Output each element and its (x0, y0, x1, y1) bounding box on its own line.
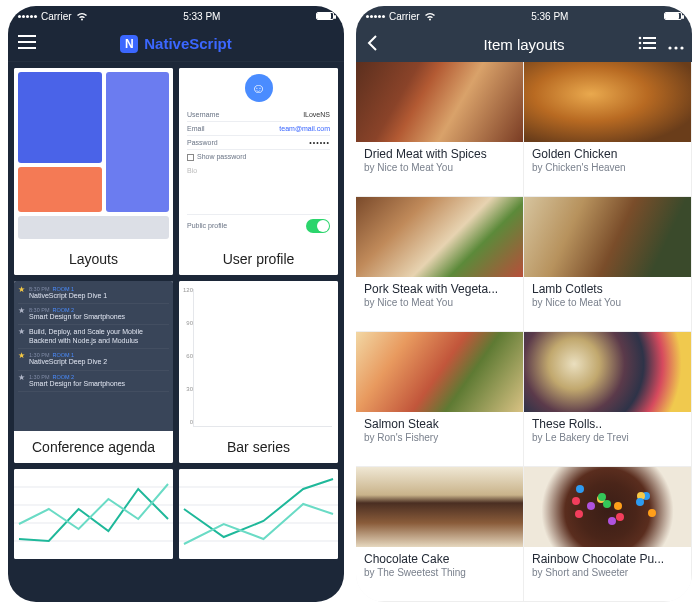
y-tick: 30 (181, 386, 193, 392)
signal-icon (366, 15, 385, 18)
status-bar: Carrier 5:36 PM (356, 6, 692, 26)
item-title: Chocolate Cake (364, 552, 515, 566)
item-title: Salmon Steak (364, 417, 515, 431)
brand-text: NativeScript (144, 35, 232, 52)
agenda-title: NativeScript Deep Dive 1 (29, 292, 169, 300)
item-thumbnail (524, 467, 691, 547)
phone-right: Carrier 5:36 PM Item layouts Dried Meat … (356, 6, 692, 602)
item-title: Rainbow Chocolate Pu... (532, 552, 683, 566)
card-label: Conference agenda (14, 431, 173, 463)
status-bar: Carrier 5:33 PM (8, 6, 344, 26)
switch-icon (306, 219, 330, 233)
item-title: Pork Steak with Vegeta... (364, 282, 515, 296)
brand: N NativeScript (120, 35, 232, 53)
card-user-profile[interactable]: ☺ UsernameILoveNS Emailteam@mail.com Pas… (179, 68, 338, 275)
field-label: Show password (197, 153, 246, 160)
card-line-chart-2[interactable] (179, 469, 338, 559)
list-item[interactable]: Lamb Cotletsby Nice to Meat You (524, 197, 692, 332)
svg-rect-9 (643, 37, 656, 39)
card-label: Layouts (14, 243, 173, 275)
item-subtitle: by The Sweetest Thing (364, 567, 515, 578)
list-item[interactable]: Salmon Steakby Ron's Fishery (356, 332, 524, 467)
more-icon[interactable] (668, 36, 684, 53)
field-value: team@mail.com (279, 125, 330, 132)
list-item[interactable]: These Rolls..by Le Bakery de Trevi (524, 332, 692, 467)
item-subtitle: by Chicken's Heaven (532, 162, 683, 173)
agenda-row: ★Build, Deploy, and Scale your Mobile Ba… (18, 325, 169, 349)
agenda-title: Build, Deploy, and Scale your Mobile Bac… (29, 328, 169, 345)
list-item[interactable]: Dried Meat with Spicesby Nice to Meat Yo… (356, 62, 524, 197)
signal-icon (18, 15, 37, 18)
svg-point-14 (668, 46, 671, 49)
layouts-preview (14, 68, 173, 243)
field-label: Bio (187, 164, 330, 177)
field-label: Public profile (187, 222, 227, 229)
navbar: Item layouts (356, 26, 692, 62)
menu-icon[interactable] (18, 35, 36, 53)
user-profile-preview: ☺ UsernameILoveNS Emailteam@mail.com Pas… (179, 68, 338, 243)
item-thumbnail (524, 332, 691, 412)
checkbox-icon (187, 154, 194, 161)
field-label: Email (187, 125, 205, 132)
svg-point-10 (639, 41, 642, 44)
agenda-preview: ★8:30 PMROOM 1NativeScript Deep Dive 1★8… (14, 281, 173, 431)
agenda-row: ★1:30 PMROOM 1NativeScript Deep Dive 2 (18, 349, 169, 370)
list-item[interactable]: Golden Chickenby Chicken's Heaven (524, 62, 692, 197)
list-item[interactable]: Pork Steak with Vegeta...by Nice to Meat… (356, 197, 524, 332)
card-conference-agenda[interactable]: ★8:30 PMROOM 1NativeScript Deep Dive 1★8… (14, 281, 173, 463)
agenda-title: Smart Design for Smartphones (29, 313, 169, 321)
item-thumbnail (524, 62, 691, 142)
card-bar-series[interactable]: 1209060300 Bar series (179, 281, 338, 463)
item-thumbnail (356, 62, 523, 142)
wifi-icon (76, 12, 88, 21)
svg-rect-11 (643, 42, 656, 44)
star-icon: ★ (18, 307, 25, 321)
item-title: These Rolls.. (532, 417, 683, 431)
svg-rect-13 (643, 47, 656, 49)
star-icon: ★ (18, 352, 25, 366)
y-tick: 60 (181, 353, 193, 359)
phone-left: Carrier 5:33 PM N NativeScript Layouts (8, 6, 344, 602)
battery-icon (664, 12, 682, 20)
star-icon: ★ (18, 286, 25, 300)
agenda-row: ★8:30 PMROOM 2Smart Design for Smartphon… (18, 304, 169, 325)
card-grid[interactable]: Layouts ☺ UsernameILoveNS Emailteam@mail… (8, 62, 344, 602)
back-icon[interactable] (366, 34, 378, 55)
star-icon: ★ (18, 374, 25, 388)
item-subtitle: by Nice to Meat You (364, 297, 515, 308)
field-label: Username (187, 111, 219, 118)
avatar-icon: ☺ (245, 74, 273, 102)
list-item[interactable]: Chocolate Cakeby The Sweetest Thing (356, 467, 524, 602)
item-title: Golden Chicken (532, 147, 683, 161)
svg-point-15 (674, 46, 677, 49)
card-label: Bar series (179, 431, 338, 463)
agenda-row: ★1:30 PMROOM 2Smart Design for Smartphon… (18, 371, 169, 392)
item-grid[interactable]: Dried Meat with Spicesby Nice to Meat Yo… (356, 62, 692, 602)
card-line-chart-1[interactable] (14, 469, 173, 559)
card-layouts[interactable]: Layouts (14, 68, 173, 275)
svg-point-16 (680, 46, 683, 49)
field-value: •••••• (309, 139, 330, 146)
list-view-icon[interactable] (638, 36, 656, 53)
navbar: N NativeScript (8, 26, 344, 62)
bar-chart: 1209060300 (179, 281, 338, 431)
battery-icon (316, 12, 334, 20)
item-title: Dried Meat with Spices (364, 147, 515, 161)
item-thumbnail (356, 197, 523, 277)
item-subtitle: by Nice to Meat You (364, 162, 515, 173)
list-item[interactable]: Rainbow Chocolate Pu...by Short and Swee… (524, 467, 692, 602)
svg-point-8 (639, 36, 642, 39)
item-title: Lamb Cotlets (532, 282, 683, 296)
star-icon: ★ (18, 328, 25, 345)
item-thumbnail (356, 467, 523, 547)
card-label: User profile (179, 243, 338, 275)
item-subtitle: by Nice to Meat You (532, 297, 683, 308)
item-subtitle: by Short and Sweeter (532, 567, 683, 578)
page-title: Item layouts (484, 36, 565, 53)
item-thumbnail (524, 197, 691, 277)
item-thumbnail (356, 332, 523, 412)
carrier-label: Carrier (389, 11, 420, 22)
y-tick: 90 (181, 320, 193, 326)
clock-label: 5:36 PM (531, 11, 568, 22)
agenda-row: ★8:30 PMROOM 1NativeScript Deep Dive 1 (18, 283, 169, 304)
